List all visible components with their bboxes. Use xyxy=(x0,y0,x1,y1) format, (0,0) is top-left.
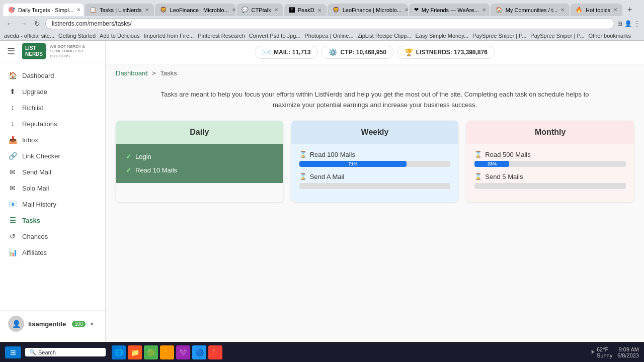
profile-icon[interactable]: 👤 xyxy=(624,20,632,27)
extensions-icon[interactable]: ⊞ xyxy=(617,20,622,27)
weekly-read-progress-fill: 71% xyxy=(299,161,407,167)
breadcrumb-dashboard-link[interactable]: Dashboard xyxy=(116,69,148,77)
sidebar-item-tasks[interactable]: ☰ Tasks xyxy=(0,212,105,228)
sidebar-item-richlist[interactable]: ↕ Richlist xyxy=(0,100,105,116)
tab-close-btn[interactable]: ✕ xyxy=(613,7,617,13)
back-button[interactable]: ← xyxy=(4,19,15,29)
tab-label: My Communities / t... xyxy=(506,7,557,13)
tab-leofinance-1[interactable]: 🦁 LeoFinance | Microblo... ✕ xyxy=(155,4,235,16)
sidebar-item-label: Richlist xyxy=(22,104,43,112)
ctp-stat-label: CTP: 10,468,950 xyxy=(340,49,386,56)
taskbar-app-5[interactable]: 💜 xyxy=(176,345,190,359)
bookmark-imported[interactable]: Imported from Fire... xyxy=(144,33,194,39)
sidebar-item-chances[interactable]: ↺ Chances xyxy=(0,228,105,244)
breadcrumb-separator: > xyxy=(152,69,156,77)
weather-info: 62°F Sunny xyxy=(597,346,612,358)
tab-favicon: 🦁 xyxy=(333,7,340,13)
start-button[interactable]: ⊞ xyxy=(5,346,21,358)
monthly-read-progress-bg: 23% xyxy=(474,161,626,167)
sidebar: ☰ LIST NERDS WE GOT NERDY & SOMETHING LI… xyxy=(0,41,106,342)
tab-close-btn[interactable]: ✕ xyxy=(405,7,408,13)
tab-leofinance-2[interactable]: 🦁 LeoFinance | Microblo... ✕ xyxy=(328,4,408,16)
tab-daily-targets[interactable]: 🎯 Daily Targets - Simpl... ✕ xyxy=(3,4,84,16)
hourglass-icon: ⌛ xyxy=(299,151,307,158)
mail-history-icon: 📧 xyxy=(8,200,17,208)
bookmark-photopea[interactable]: Photopea | Online... xyxy=(304,33,353,39)
check-icon: ✓ xyxy=(126,153,131,160)
tab-friends[interactable]: ❤ My Friends — WeAre... ✕ xyxy=(409,4,490,16)
taskbar-app-7[interactable]: 🔴 xyxy=(208,345,222,359)
breadcrumb: Dashboard > Tasks xyxy=(106,64,644,79)
listnerds-stat: 🏆 LISTNERDS: 173,398,876 xyxy=(397,46,495,59)
menu-icon[interactable]: ⋮ xyxy=(634,20,640,27)
tab-label: LeoFinance | Microblo... xyxy=(170,7,229,13)
sidebar-item-upgrade[interactable]: ⬆ Upgrade xyxy=(0,83,105,100)
monthly-task-card: Monthly ⌛ Read 500 Mails 23% xyxy=(466,121,634,202)
weekly-read-progress-bg: 71% xyxy=(299,161,451,167)
user-dropdown-arrow[interactable]: ▾ xyxy=(91,321,93,327)
taskbar-app-4[interactable]: 🔶 xyxy=(160,345,174,359)
sidebar-item-label: Affiliates xyxy=(22,249,47,256)
taskbar-app-6[interactable]: 🔵 xyxy=(192,345,206,359)
monthly-read-progress-fill: 23% xyxy=(474,161,509,167)
sidebar-item-solo-mail[interactable]: ✉ Solo Mail xyxy=(0,180,105,196)
tab-favicon: ❤ xyxy=(414,7,419,13)
daily-task-login: ✓ Login xyxy=(124,150,275,163)
bookmark-other[interactable]: Other bookmarks xyxy=(589,33,631,39)
bookmark-aveda[interactable]: aveda - official site... xyxy=(4,33,54,39)
taskbar-app-1[interactable]: 🌐 xyxy=(112,345,126,359)
reload-button[interactable]: ↻ xyxy=(32,19,42,29)
sidebar-item-affiliates[interactable]: 📊 Affiliates xyxy=(0,244,105,260)
monthly-card-header: Monthly xyxy=(466,121,634,144)
hamburger-menu[interactable]: ☰ xyxy=(0,41,22,62)
sidebar-item-reputations[interactable]: ↕ Reputations xyxy=(0,116,105,132)
bookmark-getting-started[interactable]: Getting Started xyxy=(58,33,96,39)
logo-text: LIST xyxy=(25,45,43,51)
bookmark-easy-money[interactable]: Easy Simple Money... xyxy=(416,33,469,39)
address-input[interactable] xyxy=(45,18,614,29)
sidebar-item-link-checker[interactable]: 🔗 Link Checker xyxy=(0,148,105,164)
bookmark-pinterest[interactable]: Pinterest Research xyxy=(198,33,245,39)
weather-condition: Sunny xyxy=(597,352,612,358)
sidebar-item-inbox[interactable]: 📥 Inbox xyxy=(0,132,105,148)
tab-hot-topics[interactable]: 🔥 Hot topics ✕ xyxy=(571,4,622,16)
monthly-card-body: ⌛ Read 500 Mails 23% ⌛ xyxy=(466,144,634,202)
tab-close-btn[interactable]: ✕ xyxy=(232,7,235,13)
bookmark-payspree-2[interactable]: PaySpree Sniper | P... xyxy=(530,33,584,39)
taskbar-app-3[interactable]: 🟢 xyxy=(144,345,158,359)
forward-button[interactable]: → xyxy=(18,19,29,29)
monthly-task-label: ⌛ Read 500 Mails xyxy=(474,151,626,158)
bookmark-delicious[interactable]: Add to Delicious xyxy=(100,33,140,39)
hourglass-icon: ⌛ xyxy=(474,151,482,158)
tab-tasks-listnerds[interactable]: 📋 Tasks | ListNerds ✕ xyxy=(85,4,154,16)
tab-close-btn[interactable]: ✕ xyxy=(274,7,278,13)
tab-close-btn[interactable]: ✕ xyxy=(560,7,565,13)
tab-close-btn[interactable]: ✕ xyxy=(145,7,149,13)
tab-close-btn[interactable]: ✕ xyxy=(317,8,321,13)
monthly-task-send-label: ⌛ Send 5 Mails xyxy=(474,173,626,180)
weekly-task-card: Weekly ⌛ Read 100 Mails 71% xyxy=(291,121,459,202)
tab-ctptalk[interactable]: 💬 CTPtalk ✕ xyxy=(236,4,283,16)
tab-close-btn[interactable]: ✕ xyxy=(76,7,80,13)
monthly-send-label: Send 5 Mails xyxy=(485,173,523,180)
monthly-read-label: Read 500 Mails xyxy=(485,151,530,158)
bookmark-ziplist[interactable]: ZipList Recipe Clipp... xyxy=(358,33,412,39)
weather-icon: ☀ xyxy=(590,349,595,355)
sidebar-item-send-mail[interactable]: ✉ Send Mail xyxy=(0,164,105,180)
tab-close-btn[interactable]: ✕ xyxy=(482,7,486,13)
tab-communities[interactable]: 🏠 My Communities / t... ✕ xyxy=(491,4,570,16)
taskbar-app-2[interactable]: 📁 xyxy=(128,345,142,359)
logo-tagline: WE GOT NERDY & SOMETHING LIST BUILDERS xyxy=(50,44,90,59)
tab-favicon: 🎯 xyxy=(8,7,15,13)
daily-card-header: Daily xyxy=(116,121,283,144)
tab-peakd[interactable]: 🅿 PeakD ✕ xyxy=(284,4,327,16)
bookmark-convert-psd[interactable]: Convert Psd to Jpg... xyxy=(249,33,301,39)
bookmark-payspree-1[interactable]: PaySpree Sniper | P... xyxy=(472,33,526,39)
search-label[interactable]: Search xyxy=(38,349,56,355)
weather-temp: 62°F xyxy=(597,346,612,352)
new-tab-button[interactable]: + xyxy=(623,3,636,16)
sidebar-item-dashboard[interactable]: 🏠 Dashboard xyxy=(0,67,105,83)
upgrade-icon: ⬆ xyxy=(8,87,17,96)
sidebar-item-mail-history[interactable]: 📧 Mail History xyxy=(0,196,105,212)
hourglass-icon: ⌛ xyxy=(474,173,482,180)
